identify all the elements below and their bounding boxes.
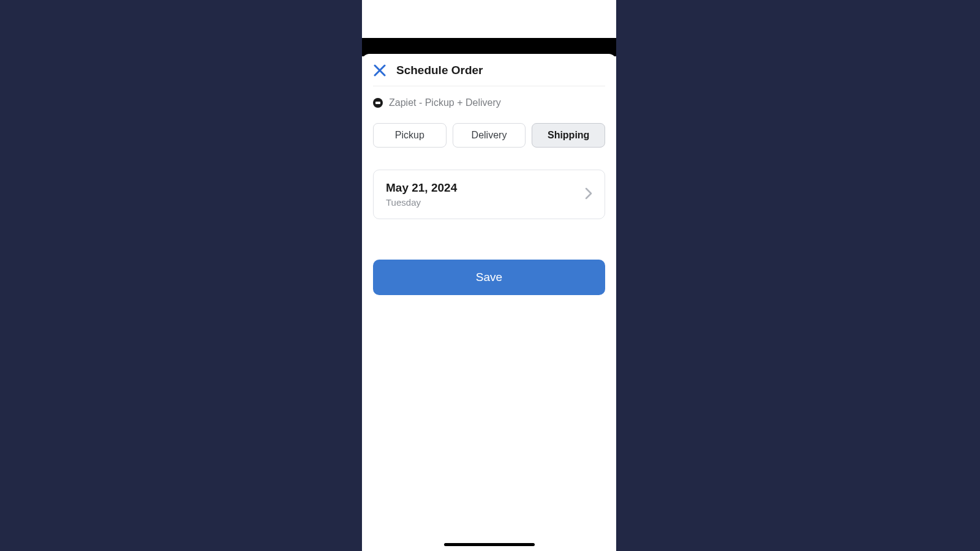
phone-frame: Schedule Order Zapiet - Pickup + Deliver… xyxy=(362,0,616,551)
date-text-group: May 21, 2024 Tuesday xyxy=(386,181,457,208)
app-provider-icon xyxy=(373,98,383,108)
close-icon[interactable] xyxy=(373,64,386,77)
tab-shipping[interactable]: Shipping xyxy=(532,123,605,148)
tab-pickup[interactable]: Pickup xyxy=(373,123,447,148)
home-indicator[interactable] xyxy=(444,543,535,546)
app-provider-row: Zapiet - Pickup + Delivery xyxy=(362,86,616,108)
chevron-right-icon xyxy=(585,187,592,202)
sheet-header: Schedule Order xyxy=(362,54,616,86)
save-button[interactable]: Save xyxy=(373,260,605,295)
top-blank-area xyxy=(362,0,616,38)
app-provider-name: Zapiet - Pickup + Delivery xyxy=(389,97,501,108)
sheet-title: Schedule Order xyxy=(396,64,483,77)
schedule-order-sheet: Schedule Order Zapiet - Pickup + Deliver… xyxy=(362,54,616,551)
fulfillment-tabs: Pickup Delivery Shipping xyxy=(362,108,616,148)
date-value: May 21, 2024 xyxy=(386,181,457,195)
date-weekday: Tuesday xyxy=(386,197,457,208)
tab-delivery[interactable]: Delivery xyxy=(453,123,526,148)
date-picker-row[interactable]: May 21, 2024 Tuesday xyxy=(373,170,605,219)
